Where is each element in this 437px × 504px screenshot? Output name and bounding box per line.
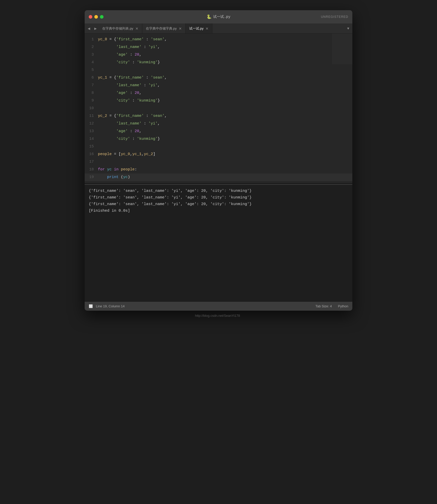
- code-line-8: 8 'age' : 20,: [85, 89, 352, 97]
- output-line-2: {'first_name': 'sean', 'last_name': 'yi'…: [89, 194, 348, 201]
- tab-nav-left[interactable]: ◀: [86, 26, 92, 31]
- status-file-icon: ⬜: [89, 304, 93, 308]
- code-line-2: 2 'last_name' : 'yi',: [85, 43, 352, 51]
- code-line-7: 7 'last_name' : 'yi',: [85, 82, 352, 89]
- python-icon: 🐍: [207, 14, 212, 19]
- tab-3-label: 试一试.py: [189, 26, 203, 31]
- code-line-3: 3 'age' : 20,: [85, 51, 352, 59]
- output-finished: [Finished in 0.0s]: [89, 208, 348, 214]
- code-line-19: 19 print (yc): [85, 173, 352, 181]
- tab-1[interactable]: 在字典中存储列表.py ✕: [99, 23, 142, 33]
- window-title: 🐍 试一试.py: [207, 14, 230, 19]
- code-line-13: 13 'age' : 20,: [85, 128, 352, 135]
- tab-2-label: 在字典中存储字典.py: [146, 26, 177, 31]
- code-line-12: 12 'last_name' : 'yi',: [85, 120, 352, 128]
- minimize-button[interactable]: [94, 15, 98, 19]
- status-tab-size: Tab Size: 4: [315, 304, 332, 308]
- status-left: ⬜ Line 19, Column 14: [89, 304, 125, 308]
- tab-1-close[interactable]: ✕: [135, 27, 138, 31]
- tabbar-dropdown[interactable]: ▼: [344, 27, 352, 31]
- code-line-9: 9 'city' : 'kunming'}: [85, 97, 352, 105]
- output-line-3: {'first_name': 'sean', 'last_name': 'yi'…: [89, 201, 348, 208]
- code-line-5: 5: [85, 66, 352, 74]
- tab-1-label: 在字典中存储列表.py: [102, 26, 133, 31]
- editor-window: 🐍 试一试.py UNREGISTERED ◀ ▶ 在字典中存储列表.py ✕ …: [85, 10, 352, 311]
- close-button[interactable]: [89, 15, 92, 19]
- unregistered-label: UNREGISTERED: [321, 15, 348, 19]
- status-language: Python: [338, 304, 348, 308]
- tab-2-close[interactable]: ✕: [179, 27, 182, 31]
- minimap: [332, 34, 352, 64]
- code-line-18: 18 for yc in people:: [85, 166, 352, 173]
- status-right: Tab Size: 4 Python: [315, 304, 348, 308]
- statusbar: ⬜ Line 19, Column 14 Tab Size: 4 Python: [85, 301, 352, 311]
- code-line-17: 17: [85, 158, 352, 166]
- tab-3-close[interactable]: ✕: [205, 27, 209, 31]
- code-line-6: 6 yc_1 = {'first_name' : 'sean',: [85, 74, 352, 82]
- titlebar: 🐍 试一试.py UNREGISTERED: [85, 10, 352, 23]
- tab-2[interactable]: 在字典中存储字典.py ✕: [142, 23, 186, 33]
- code-line-11: 11 yc_2 = {'first_name' : 'sean',: [85, 112, 352, 120]
- output-panel: {'first_name': 'sean', 'last_name': 'yi'…: [85, 184, 352, 301]
- code-line-1: 1 yc_0 = {'first_name' : 'sean',: [85, 36, 352, 43]
- code-line-10: 10: [85, 105, 352, 112]
- output-line-1: {'first_name': 'sean', 'last_name': 'yi'…: [89, 188, 348, 194]
- maximize-button[interactable]: [100, 15, 104, 19]
- watermark: http://blog.csdn.net/SeanYi178: [195, 314, 242, 318]
- code-line-15: 15: [85, 143, 352, 150]
- code-line-14: 14 'city' : 'kunming'}: [85, 135, 352, 143]
- tabbar: ◀ ▶ 在字典中存储列表.py ✕ 在字典中存储字典.py ✕ 试一试.py ✕…: [85, 23, 352, 34]
- tab-3[interactable]: 试一试.py ✕: [186, 23, 212, 33]
- code-editor[interactable]: 1 yc_0 = {'first_name' : 'sean', 2 'last…: [85, 34, 352, 183]
- code-line-4: 4 'city' : 'kunming'}: [85, 59, 352, 66]
- window-controls: [89, 15, 104, 19]
- code-line-16: 16 people = [yc_0,yc_1,yc_2]: [85, 150, 352, 158]
- title-text: 试一试.py: [213, 15, 230, 19]
- tab-nav-right[interactable]: ▶: [92, 26, 99, 31]
- status-position: Line 19, Column 14: [96, 304, 125, 308]
